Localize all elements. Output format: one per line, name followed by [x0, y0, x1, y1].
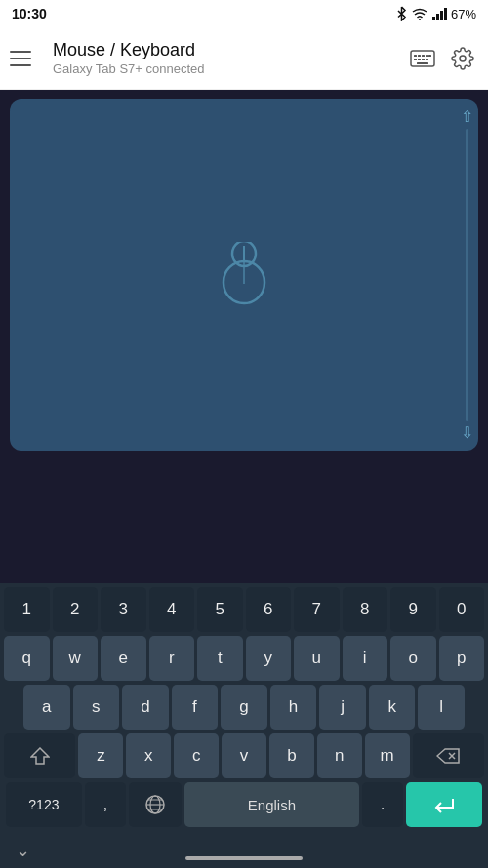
key-m[interactable]: m: [365, 733, 410, 778]
svg-rect-2: [436, 14, 439, 20]
asdf-row: a s d f g h j k l: [0, 681, 488, 730]
menu-icon[interactable]: [10, 43, 41, 74]
key-4[interactable]: 4: [149, 587, 195, 632]
svg-rect-7: [418, 55, 421, 57]
enter-icon: [433, 796, 455, 813]
globe-key[interactable]: [129, 782, 182, 827]
svg-rect-3: [440, 11, 443, 20]
svg-marker-20: [31, 748, 49, 764]
scroll-down-arrow: ⇩: [461, 425, 473, 441]
settings-button[interactable]: [447, 43, 478, 74]
keyboard-area: 1 2 3 4 5 6 7 8 9 0 q w e r t y u i o p …: [0, 583, 488, 868]
keyboard-bottom-bar: ⌄: [0, 833, 488, 868]
status-bar: 10:30 67%: [0, 0, 488, 27]
svg-rect-10: [414, 59, 417, 60]
top-bar-actions: [406, 43, 478, 74]
key-a[interactable]: a: [23, 685, 70, 730]
key-u[interactable]: u: [294, 636, 340, 681]
key-6[interactable]: 6: [246, 587, 292, 632]
status-icons: 67%: [395, 6, 476, 21]
scroll-up-arrow: ⇧: [461, 109, 473, 125]
battery-text: 67%: [451, 7, 476, 21]
key-l[interactable]: l: [418, 685, 465, 730]
top-bar: Mouse / Keyboard Galaxy Tab S7+ connecte…: [0, 27, 488, 90]
touchpad-area[interactable]: ⇧ ⇩: [10, 99, 478, 451]
key-k[interactable]: k: [369, 685, 416, 730]
space-key[interactable]: English: [184, 782, 360, 827]
number-row: 1 2 3 4 5 6 7 8 9 0: [0, 583, 488, 632]
key-e[interactable]: e: [101, 636, 146, 681]
home-indicator: [185, 856, 303, 860]
key-f[interactable]: f: [172, 685, 219, 730]
language-label: English: [248, 797, 296, 813]
keyboard-icon: [410, 50, 435, 67]
qwerty-row: q w e r t y u i o p: [0, 632, 488, 681]
key-n[interactable]: n: [317, 733, 362, 778]
key-p[interactable]: p: [439, 636, 485, 681]
svg-rect-6: [414, 55, 417, 57]
key-3[interactable]: 3: [101, 587, 146, 632]
key-y[interactable]: y: [246, 636, 292, 681]
key-z[interactable]: z: [78, 733, 123, 778]
key-9[interactable]: 9: [390, 587, 436, 632]
svg-rect-4: [444, 8, 447, 20]
globe-icon: [144, 794, 166, 815]
bottom-row: ?123 , English .: [0, 778, 488, 833]
bluetooth-icon: [395, 6, 408, 21]
key-q[interactable]: q: [4, 636, 50, 681]
key-s[interactable]: s: [73, 685, 120, 730]
wifi-icon: [412, 8, 427, 20]
key-t[interactable]: t: [197, 636, 243, 681]
key-w[interactable]: w: [53, 636, 99, 681]
enter-key[interactable]: [406, 782, 482, 827]
key-7[interactable]: 7: [294, 587, 340, 632]
key-v[interactable]: v: [222, 733, 266, 778]
zxcv-row: z x c v b n m: [0, 730, 488, 778]
key-b[interactable]: b: [269, 733, 314, 778]
svg-rect-1: [432, 17, 435, 20]
key-1[interactable]: 1: [4, 587, 50, 632]
svg-rect-13: [426, 59, 428, 60]
svg-rect-15: [417, 62, 428, 64]
key-0[interactable]: 0: [439, 587, 485, 632]
key-x[interactable]: x: [126, 733, 171, 778]
key-g[interactable]: g: [221, 685, 267, 730]
key-5[interactable]: 5: [197, 587, 243, 632]
gear-icon: [451, 47, 474, 70]
mouse-icon: [219, 242, 269, 308]
svg-rect-12: [422, 59, 425, 60]
status-time: 10:30: [12, 6, 47, 21]
num-switch-key[interactable]: ?123: [6, 782, 82, 827]
key-c[interactable]: c: [174, 733, 219, 778]
svg-rect-11: [418, 59, 421, 60]
key-j[interactable]: j: [319, 685, 366, 730]
key-o[interactable]: o: [390, 636, 436, 681]
key-i[interactable]: i: [343, 636, 388, 681]
key-h[interactable]: h: [270, 685, 317, 730]
period-key[interactable]: .: [362, 782, 403, 827]
collapse-keyboard-button[interactable]: ⌄: [16, 840, 30, 861]
shift-icon: [30, 747, 50, 765]
key-8[interactable]: 8: [343, 587, 388, 632]
svg-rect-8: [422, 55, 425, 57]
key-d[interactable]: d: [122, 685, 169, 730]
svg-rect-14: [428, 55, 431, 57]
comma-key[interactable]: ,: [85, 782, 126, 827]
backspace-icon: [436, 748, 460, 764]
page-subtitle: Galaxy Tab S7+ connected: [53, 61, 406, 76]
key-2[interactable]: 2: [53, 587, 99, 632]
backspace-key[interactable]: [413, 733, 484, 778]
key-r[interactable]: r: [149, 636, 195, 681]
svg-rect-9: [426, 55, 428, 57]
title-block: Mouse / Keyboard Galaxy Tab S7+ connecte…: [53, 40, 406, 76]
scroll-track: [466, 129, 468, 421]
signal-icon: [431, 8, 447, 20]
keyboard-button[interactable]: [406, 46, 439, 71]
page-title: Mouse / Keyboard: [53, 40, 406, 61]
chevron-down-icon: ⌄: [16, 841, 30, 860]
scrollbar: ⇧ ⇩: [465, 109, 468, 441]
svg-point-0: [419, 19, 421, 20]
shift-key[interactable]: [4, 733, 75, 778]
